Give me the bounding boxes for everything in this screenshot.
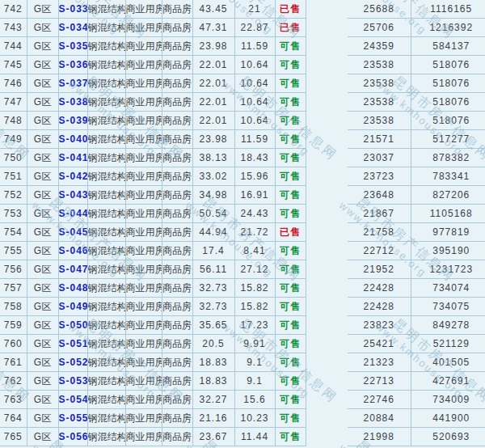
cell-district: G区: [27, 391, 58, 409]
cell-usage: 商业用房: [125, 37, 162, 56]
unit-code-link[interactable]: S-050: [59, 319, 88, 331]
cell-area: 17.4: [192, 242, 234, 260]
cell-unit-price: 22713: [348, 372, 411, 391]
cell-sale-status: 可售: [275, 335, 306, 353]
cell-sale-status: 已售: [275, 19, 306, 37]
cell-row-number: 745: [0, 56, 27, 74]
unit-code-link[interactable]: S-053: [59, 375, 88, 387]
cell-usage: 商业用房: [125, 316, 162, 335]
unit-code-link[interactable]: S-045: [59, 226, 88, 238]
unit-code-link[interactable]: S-036: [59, 59, 88, 70]
cell-structure: 钢混结构: [87, 372, 125, 391]
cell-total-price: 521129: [411, 335, 485, 353]
cell-sale-status: 可售: [275, 56, 306, 74]
cell-district: G区: [27, 242, 58, 260]
cell-category: 商品房: [162, 19, 192, 37]
unit-code-link[interactable]: S-044: [59, 208, 88, 219]
unit-code-link[interactable]: S-040: [59, 133, 88, 145]
cell-category: 商品房: [162, 74, 192, 93]
cell-total-price: 827206: [411, 186, 485, 205]
cell-total-price: 518076: [411, 112, 485, 130]
cell-share-area: 11.59: [234, 130, 275, 149]
cell-row-number: 756: [0, 260, 27, 279]
unit-code-link[interactable]: S-051: [59, 338, 88, 349]
cell-unit-price: 21867: [348, 205, 411, 223]
table-row: 763 G区 S-054 钢混结构 商业用房 商品房 32.27 15.6 可售: [0, 391, 306, 409]
cell-district: G区: [27, 37, 58, 56]
cell-share-area: 18.43: [234, 149, 275, 167]
unit-code-link[interactable]: S-049: [59, 301, 88, 312]
cell-category: 商品房: [162, 409, 192, 428]
unit-code-link[interactable]: S-048: [59, 282, 88, 294]
table-row: 21998 520693: [348, 428, 485, 446]
cell-unit-price: 25706: [348, 19, 411, 37]
cell-unit-price: 22428: [348, 298, 411, 316]
unit-code-link[interactable]: S-046: [59, 245, 88, 256]
cell-sale-status: 可售: [275, 112, 306, 130]
table-row: 22428 734075: [348, 298, 485, 316]
cell-row-number: 757: [0, 279, 27, 298]
cell-structure: 钢混结构: [87, 0, 125, 19]
unit-code-link[interactable]: S-038: [59, 96, 88, 108]
table-row: 21323 401505: [348, 353, 485, 372]
cell-area: 44.94: [192, 223, 234, 242]
cell-total-price: 395190: [411, 242, 485, 260]
cell-area: 35.65: [192, 316, 234, 335]
cell-district: G区: [27, 260, 58, 279]
cell-structure: 钢混结构: [87, 279, 125, 298]
cell-row-number: 762: [0, 372, 27, 391]
cell-structure: 钢混结构: [87, 37, 125, 56]
unit-code-link[interactable]: S-039: [59, 115, 88, 126]
unit-code-link[interactable]: S-042: [59, 171, 88, 182]
cell-district: G区: [27, 93, 58, 112]
cell-row-number: 755: [0, 242, 27, 260]
table-row: 21571 517277: [348, 130, 485, 149]
cell-sale-status: 可售: [275, 372, 306, 391]
cell-area: 20.5: [192, 335, 234, 353]
unit-code-link[interactable]: S-055: [59, 412, 88, 424]
cell-structure: 钢混结构: [87, 56, 125, 74]
cell-category: 商品房: [162, 56, 192, 74]
unit-code-link[interactable]: S-033: [59, 3, 88, 15]
cell-unit-price: 23648: [348, 186, 411, 205]
cell-share-area: 10.64: [234, 74, 275, 93]
cell-sale-status: 可售: [275, 167, 306, 186]
cell-structure: 钢混结构: [87, 74, 125, 93]
cell-structure: 钢混结构: [87, 186, 125, 205]
cell-usage: 商业用房: [125, 74, 162, 93]
cell-area: 23.98: [192, 130, 234, 149]
cell-unit-price: 23538: [348, 93, 411, 112]
cell-usage: 商业用房: [125, 223, 162, 242]
cell-district: G区: [27, 279, 58, 298]
table-row: 742 G区 S-033 钢混结构 商业用房 商品房 43.45 21 已售: [0, 0, 306, 19]
cell-usage: 商业用房: [125, 260, 162, 279]
unit-code-link[interactable]: S-043: [59, 189, 88, 201]
unit-code-link[interactable]: S-035: [59, 40, 88, 52]
cell-category: 商品房: [162, 93, 192, 112]
cell-sale-status: 可售: [275, 149, 306, 167]
cell-category: 商品房: [162, 391, 192, 409]
listing-table-left: 742 G区 S-033 钢混结构 商业用房 商品房 43.45 21 已售 7…: [0, 0, 306, 446]
cell-area: 23.98: [192, 37, 234, 56]
cell-usage: 商业用房: [125, 428, 162, 446]
cell-unit-code: S-046: [58, 242, 87, 260]
unit-code-link[interactable]: S-056: [59, 431, 88, 442]
cell-usage: 商业用房: [125, 335, 162, 353]
unit-code-link[interactable]: S-034: [59, 22, 88, 33]
cell-unit-code: S-047: [58, 260, 87, 279]
unit-code-link[interactable]: S-041: [59, 152, 88, 163]
unit-code-link[interactable]: S-054: [59, 394, 88, 405]
unit-code-link[interactable]: S-052: [59, 357, 88, 368]
cell-structure: 钢混结构: [87, 205, 125, 223]
cell-usage: 商业用房: [125, 353, 162, 372]
unit-code-link[interactable]: S-037: [59, 78, 88, 89]
cell-unit-code: S-045: [58, 223, 87, 242]
cell-unit-code: S-048: [58, 279, 87, 298]
cell-usage: 商业用房: [125, 391, 162, 409]
table-row: 750 G区 S-041 钢混结构 商业用房 商品房 38.13 18.43 可…: [0, 149, 306, 167]
cell-total-price: 584137: [411, 37, 485, 56]
cell-total-price: 518076: [411, 93, 485, 112]
cell-category: 商品房: [162, 335, 192, 353]
cell-row-number: 754: [0, 223, 27, 242]
unit-code-link[interactable]: S-047: [59, 264, 88, 275]
